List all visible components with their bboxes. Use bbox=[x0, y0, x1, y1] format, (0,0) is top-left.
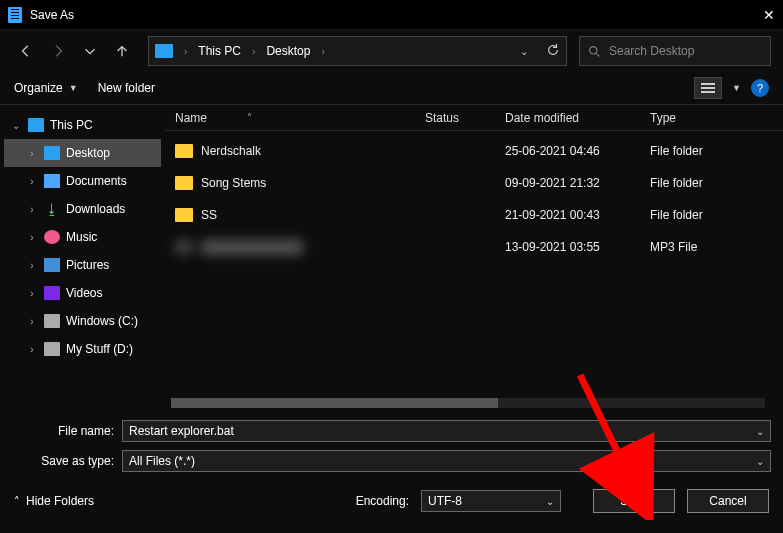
folder-icon bbox=[175, 208, 193, 222]
column-headers: Name˄ Status Date modified Type bbox=[165, 105, 783, 131]
back-button[interactable] bbox=[12, 37, 40, 65]
search-placeholder: Search Desktop bbox=[609, 44, 694, 58]
refresh-button[interactable] bbox=[546, 43, 560, 60]
up-button[interactable] bbox=[108, 37, 136, 65]
new-folder-button[interactable]: New folder bbox=[98, 81, 155, 95]
file-row[interactable]: Song Stems 09-09-2021 21:32 File folder bbox=[165, 167, 783, 199]
view-options-button[interactable] bbox=[694, 77, 722, 99]
chevron-right-icon: › bbox=[26, 232, 38, 243]
col-name[interactable]: Name˄ bbox=[175, 111, 425, 125]
notepad-icon bbox=[8, 7, 22, 23]
address-dropdown-icon[interactable]: ⌄ bbox=[520, 46, 528, 57]
dropdown-icon[interactable]: ⌄ bbox=[546, 496, 554, 507]
save-button[interactable]: Save bbox=[593, 489, 675, 513]
tree-label: Downloads bbox=[66, 202, 125, 216]
file-row[interactable]: SS 21-09-2021 00:43 File folder bbox=[165, 199, 783, 231]
tree-drive-d[interactable]: › My Stuff (D:) bbox=[4, 335, 161, 363]
file-row[interactable]: Nerdschalk 25-06-2021 04:46 File folder bbox=[165, 135, 783, 167]
tree-videos[interactable]: › Videos bbox=[4, 279, 161, 307]
search-icon bbox=[588, 45, 601, 58]
forward-button[interactable] bbox=[44, 37, 72, 65]
chevron-right-icon: › bbox=[26, 316, 38, 327]
tree-drive-c[interactable]: › Windows (C:) bbox=[4, 307, 161, 335]
dropdown-icon[interactable]: ⌄ bbox=[756, 456, 764, 467]
col-date[interactable]: Date modified bbox=[505, 111, 650, 125]
document-icon bbox=[44, 174, 60, 188]
col-status[interactable]: Status bbox=[425, 111, 505, 125]
window-title: Save As bbox=[30, 8, 735, 22]
tree-label: Pictures bbox=[66, 258, 109, 272]
tree-this-pc[interactable]: ⌄ This PC bbox=[4, 111, 161, 139]
chevron-right-icon: › bbox=[249, 46, 258, 57]
sort-asc-icon: ˄ bbox=[247, 112, 252, 123]
tree-downloads[interactable]: › ⭳ Downloads bbox=[4, 195, 161, 223]
dropdown-icon[interactable]: ⌄ bbox=[756, 426, 764, 437]
breadcrumb-desktop[interactable]: Desktop bbox=[262, 44, 314, 58]
music-icon bbox=[44, 230, 60, 244]
chevron-right-icon: › bbox=[26, 344, 38, 355]
folder-icon bbox=[175, 176, 193, 190]
filename-input[interactable]: Restart explorer.bat ⌄ bbox=[122, 420, 771, 442]
cancel-button[interactable]: Cancel bbox=[687, 489, 769, 513]
caret-down-icon[interactable]: ▼ bbox=[732, 83, 741, 93]
pc-icon bbox=[155, 44, 173, 58]
svg-line-1 bbox=[596, 53, 599, 56]
chevron-right-icon: › bbox=[181, 46, 190, 57]
chevron-right-icon: › bbox=[26, 204, 38, 215]
horizontal-scrollbar[interactable] bbox=[171, 398, 765, 408]
tree-label: Documents bbox=[66, 174, 127, 188]
tree-label: This PC bbox=[50, 118, 93, 132]
folder-icon bbox=[175, 144, 193, 158]
saveastype-select[interactable]: All Files (*.*) ⌄ bbox=[122, 450, 771, 472]
tree-desktop[interactable]: › Desktop bbox=[4, 139, 161, 167]
saveastype-label: Save as type: bbox=[12, 454, 122, 468]
col-type[interactable]: Type bbox=[650, 111, 783, 125]
tree-label: My Stuff (D:) bbox=[66, 342, 133, 356]
filename-label: File name: bbox=[12, 424, 122, 438]
svg-rect-4 bbox=[701, 91, 715, 93]
nav-tree: ⌄ This PC › Desktop › Documents › ⭳ Down… bbox=[0, 105, 165, 412]
encoding-label: Encoding: bbox=[356, 494, 409, 508]
videos-icon bbox=[44, 286, 60, 300]
pictures-icon bbox=[44, 258, 60, 272]
hide-folders-button[interactable]: ˄ Hide Folders bbox=[14, 494, 94, 508]
pc-icon bbox=[28, 118, 44, 132]
tree-label: Desktop bbox=[66, 146, 110, 160]
file-list: Name˄ Status Date modified Type Nerdscha… bbox=[165, 105, 783, 412]
toolbar: Organize ▼ New folder ▼ ? bbox=[0, 72, 783, 104]
chevron-right-icon: › bbox=[318, 46, 327, 57]
tree-label: Windows (C:) bbox=[66, 314, 138, 328]
svg-point-0 bbox=[590, 46, 597, 53]
chevron-right-icon: › bbox=[26, 260, 38, 271]
help-button[interactable]: ? bbox=[751, 79, 769, 97]
title-bar: Save As ✕ bbox=[0, 0, 783, 30]
tree-documents[interactable]: › Documents bbox=[4, 167, 161, 195]
tree-label: Videos bbox=[66, 286, 102, 300]
tree-label: Music bbox=[66, 230, 97, 244]
chevron-right-icon: › bbox=[26, 288, 38, 299]
drive-icon bbox=[44, 342, 60, 356]
breadcrumb-root[interactable]: This PC bbox=[194, 44, 245, 58]
address-bar[interactable]: › This PC › Desktop › ⌄ bbox=[148, 36, 567, 66]
save-fields: File name: Restart explorer.bat ⌄ Save a… bbox=[0, 412, 783, 476]
chevron-right-icon: › bbox=[26, 176, 38, 187]
tree-pictures[interactable]: › Pictures bbox=[4, 251, 161, 279]
chevron-up-icon: ˄ bbox=[14, 495, 20, 508]
svg-rect-2 bbox=[701, 83, 715, 85]
svg-rect-3 bbox=[701, 87, 715, 89]
desktop-icon bbox=[44, 146, 60, 160]
search-input[interactable]: Search Desktop bbox=[579, 36, 771, 66]
file-row-redacted[interactable]: ████████████ 13-09-2021 03:55 MP3 File bbox=[165, 231, 783, 263]
recent-dropdown[interactable] bbox=[76, 37, 104, 65]
drive-icon bbox=[44, 314, 60, 328]
close-button[interactable]: ✕ bbox=[735, 7, 775, 23]
organize-menu[interactable]: Organize ▼ bbox=[14, 81, 78, 95]
chevron-right-icon: › bbox=[26, 148, 38, 159]
nav-bar: › This PC › Desktop › ⌄ Search Desktop bbox=[0, 30, 783, 72]
chevron-down-icon: ⌄ bbox=[10, 120, 22, 131]
tree-music[interactable]: › Music bbox=[4, 223, 161, 251]
encoding-select[interactable]: UTF-8 ⌄ bbox=[421, 490, 561, 512]
file-icon bbox=[175, 240, 193, 254]
download-icon: ⭳ bbox=[44, 202, 60, 216]
caret-down-icon: ▼ bbox=[69, 83, 78, 93]
